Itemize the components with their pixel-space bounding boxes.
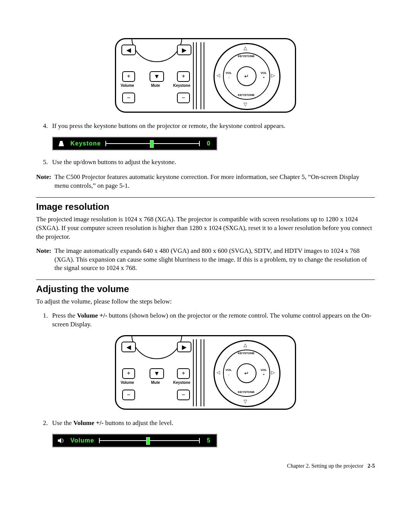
triangle-up-icon: △ xyxy=(244,45,247,51)
triangle-down-icon: ▽ xyxy=(244,102,247,107)
svg-marker-1 xyxy=(58,438,61,443)
divider xyxy=(36,197,375,198)
remote-diagram-volume: ◀ ▶ ▼ + + − − Volume Mute Keystone ↵ △ ▽… xyxy=(36,335,375,411)
page-footer: Chapter 2. Setting up the projector 2-5 xyxy=(36,463,375,469)
osd-volume-label: Volume xyxy=(70,437,94,444)
osd-keystone-label: Keystone xyxy=(70,140,101,147)
para-volume-intro: To adjust the volume, please follow the … xyxy=(36,297,375,306)
triangle-right-icon: ▷ xyxy=(271,73,275,78)
osd-volume: Volume 5 xyxy=(52,434,217,447)
volume-step-1: 1. Press the Volume +/- buttons (shown b… xyxy=(43,312,375,329)
volume-step-2: 2. Use the Volume +/- buttons to adjust … xyxy=(43,419,375,428)
enter-icon: ↵ xyxy=(237,66,256,86)
para-image-resolution: The projected image resolution is 1024 x… xyxy=(36,215,375,241)
osd-keystone-value: 0 xyxy=(204,140,213,147)
keystone-label: Keystone xyxy=(173,83,190,88)
note-keystone: Note: The C500 Projector features automa… xyxy=(36,173,375,190)
osd-volume-value: 5 xyxy=(204,437,213,444)
mute-label: Mute xyxy=(151,83,160,88)
svg-marker-0 xyxy=(59,141,64,146)
step-4: 4. If you press the keystone buttons on … xyxy=(43,122,375,131)
note-resolution: Note: The image automatically expands 64… xyxy=(36,247,375,273)
triangle-left-icon: ◁ xyxy=(217,73,220,78)
volume-label: Volume xyxy=(121,83,134,88)
divider xyxy=(36,280,375,280)
heading-adjusting-volume: Adjusting the volume xyxy=(36,284,375,294)
osd-volume-slider xyxy=(99,437,200,444)
osd-keystone: Keystone 0 xyxy=(52,137,217,150)
osd-keystone-slider xyxy=(105,140,200,147)
step-5: 5. Use the up/down buttons to adjust the… xyxy=(43,158,375,167)
speaker-icon xyxy=(57,437,66,444)
remote-diagram-keystone: ◀ ▶ ▼ + + − − Volume Mute Keystone ↵ △ ▽… xyxy=(36,38,375,114)
keystone-icon xyxy=(57,140,66,147)
heading-image-resolution: Image resolution xyxy=(36,201,375,212)
